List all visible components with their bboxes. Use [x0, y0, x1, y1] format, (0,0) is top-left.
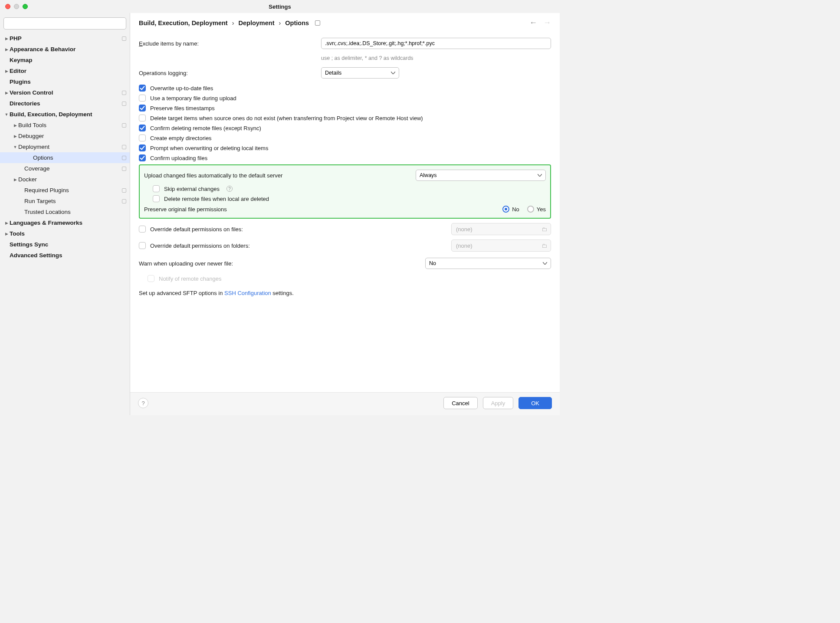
exclude-hint: use ; as delimiter, * and ? as wildcards	[321, 55, 551, 61]
override-files-label: Override default permissions on files:	[150, 226, 447, 233]
warn-select[interactable]: No	[425, 258, 551, 269]
breadcrumb: Build, Execution, Deployment › Deploymen…	[139, 20, 526, 26]
cb-tempfile[interactable]	[139, 95, 146, 102]
sidebar-item-appearance[interactable]: ▶Appearance & Behavior	[0, 44, 130, 55]
sidebar-item-label: Editor	[10, 68, 126, 74]
ssh-config-link[interactable]: SSH Configuration	[224, 290, 271, 296]
sidebar-item-label: Tools	[10, 230, 126, 237]
ops-logging-select[interactable]: Details	[321, 67, 399, 79]
window-title: Settings	[0, 3, 560, 10]
cb-skip-external[interactable]	[153, 185, 160, 192]
sidebar-item-label: Deployment	[18, 144, 120, 150]
cb-override-folders[interactable]	[139, 242, 146, 249]
scope-icon	[122, 199, 126, 203]
radio-no[interactable]: No	[502, 206, 519, 213]
sidebar-item-docker[interactable]: ▶Docker	[0, 174, 130, 185]
sidebar-item-label: Required Plugins	[18, 187, 120, 193]
preserve-perm-label: Preserve original file permissions	[144, 206, 502, 213]
override-folders-label: Override default permissions on folders:	[150, 243, 447, 249]
apply-button[interactable]: Apply	[483, 397, 514, 409]
sidebar-item-debugger[interactable]: ▶Debugger	[0, 131, 130, 141]
sidebar-item-label: Docker	[18, 176, 126, 183]
radio-yes-label: Yes	[537, 206, 546, 213]
scope-icon	[122, 156, 126, 160]
sidebar-item-buildtools[interactable]: ▶Build Tools	[0, 120, 130, 131]
ops-logging-label: Operations logging:	[139, 70, 321, 76]
cb-tempfile-label: Use a temporary file during upload	[150, 95, 236, 102]
radio-yes[interactable]: Yes	[527, 206, 546, 213]
cb-timestamps-label: Preserve files timestamps	[150, 105, 215, 111]
cb-notify	[148, 275, 154, 282]
scope-icon	[122, 188, 126, 193]
exclude-input[interactable]	[321, 38, 551, 49]
sidebar-item-php[interactable]: ▶PHP	[0, 33, 130, 44]
sidebar-item-label: Build Tools	[18, 122, 120, 128]
cb-confirmup-label: Confirm uploading files	[150, 155, 207, 161]
sidebar-item-label: Appearance & Behavior	[10, 46, 126, 52]
sidebar-item-label: Version Control	[10, 89, 120, 96]
crumb-2[interactable]: Deployment	[238, 20, 274, 26]
ok-button[interactable]: OK	[518, 397, 552, 409]
radio-no-label: No	[512, 206, 519, 213]
sidebar-item-coverage[interactable]: ▶Coverage	[0, 163, 130, 174]
scope-icon	[122, 167, 126, 171]
cb-override-files[interactable]	[139, 226, 146, 233]
sidebar-item-advanced[interactable]: ▶Advanced Settings	[0, 250, 130, 261]
upload-auto-label: Upload changed files automatically to th…	[144, 172, 416, 179]
sidebar-item-label: Run Targets	[18, 198, 120, 204]
forward-icon[interactable]: →	[543, 18, 551, 27]
sidebar-item-options[interactable]: ▶Options	[0, 152, 130, 163]
sidebar-item-deployment[interactable]: ▼Deployment	[0, 141, 130, 152]
sidebar-item-label: Build, Execution, Deployment	[10, 111, 126, 118]
sidebar-item-sync[interactable]: ▶Settings Sync	[0, 239, 130, 250]
sidebar-item-runtargets[interactable]: ▶Run Targets	[0, 196, 130, 207]
sidebar-item-trusted[interactable]: ▶Trusted Locations	[0, 207, 130, 217]
sidebar-item-langs[interactable]: ▶Languages & Frameworks	[0, 217, 130, 228]
sidebar-item-label: Advanced Settings	[10, 252, 126, 259]
sidebar-item-directories[interactable]: ▶Directories	[0, 98, 130, 109]
search-input[interactable]	[3, 17, 126, 30]
warn-label: Warn when uploading over newer file:	[139, 260, 425, 267]
cb-skip-external-label: Skip external changes	[164, 186, 220, 192]
sidebar-item-tools[interactable]: ▶Tools	[0, 228, 130, 239]
cb-prompt-label: Prompt when overwriting or deleting loca…	[150, 145, 268, 151]
sftp-note: Set up advanced SFTP options in SSH Conf…	[139, 290, 551, 296]
help-button[interactable]: ?	[138, 398, 148, 408]
exclude-label: Exclude items by name:	[139, 40, 321, 47]
cb-timestamps[interactable]	[139, 105, 146, 111]
cb-overwrite[interactable]	[139, 85, 146, 92]
cb-confirmup[interactable]	[139, 154, 146, 161]
cb-empty[interactable]	[139, 134, 146, 141]
help-icon[interactable]: ?	[226, 186, 233, 192]
upload-auto-select[interactable]: Always	[416, 170, 546, 181]
sidebar-item-label: Plugins	[10, 79, 126, 85]
sidebar-item-label: Debugger	[18, 133, 126, 139]
sidebar-item-label: Trusted Locations	[18, 209, 126, 215]
sidebar-item-label: Options	[27, 154, 120, 161]
folder-icon[interactable]: 🗀	[541, 243, 547, 249]
cb-overwrite-label: Overwrite up-to-date files	[150, 85, 213, 92]
cb-prompt[interactable]	[139, 144, 146, 151]
sidebar-item-reqplugins[interactable]: ▶Required Plugins	[0, 185, 130, 196]
crumb-3: Options	[285, 20, 309, 26]
sidebar-item-vcs[interactable]: ▶Version Control	[0, 87, 130, 98]
cb-delete-remote-label: Delete remote files when local are delet…	[164, 196, 269, 202]
folder-icon[interactable]: 🗀	[541, 226, 547, 233]
sidebar-item-label: Directories	[10, 100, 120, 107]
cancel-button[interactable]: Cancel	[443, 397, 477, 409]
sidebar-item-keymap[interactable]: ▶Keymap	[0, 55, 130, 66]
perm-files-field: (none)🗀	[451, 223, 551, 235]
highlight-section: Upload changed files automatically to th…	[139, 164, 551, 219]
sidebar-item-editor[interactable]: ▶Editor	[0, 66, 130, 76]
cb-delete-remote[interactable]	[153, 195, 160, 202]
sidebar-item-bed[interactable]: ▼Build, Execution, Deployment	[0, 109, 130, 120]
perm-folders-field: (none)🗀	[451, 239, 551, 252]
cb-empty-label: Create empty directories	[150, 135, 212, 141]
cb-confirmdel[interactable]	[139, 125, 146, 131]
cb-deletetarget[interactable]	[139, 115, 146, 121]
crumb-1[interactable]: Build, Execution, Deployment	[139, 20, 228, 26]
back-icon[interactable]: ←	[529, 18, 537, 27]
sidebar-item-plugins[interactable]: ▶Plugins	[0, 76, 130, 87]
settings-sidebar: ▶PHP ▶Appearance & Behavior ▶Keymap ▶Edi…	[0, 13, 130, 415]
scope-icon	[122, 36, 126, 41]
